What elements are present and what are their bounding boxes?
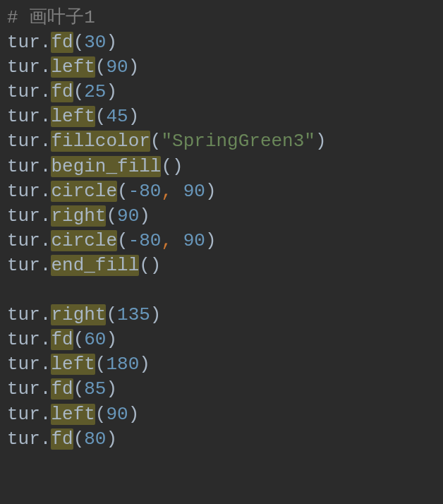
code-line[interactable]: tur.fd(30): [7, 30, 436, 55]
token-ident: tur: [7, 255, 40, 276]
token-number: 85: [84, 378, 106, 400]
token-ident: tur: [7, 354, 40, 375]
token-paren: ): [106, 428, 117, 450]
token-paren: ): [150, 304, 162, 325]
token-paren: (: [139, 255, 150, 276]
token-dot: .: [40, 255, 51, 276]
token-paren: (: [95, 106, 107, 127]
token-comma: ,: [161, 181, 172, 202]
token-dot: .: [40, 205, 51, 227]
token-paren: ): [106, 329, 117, 350]
token-number: 90: [183, 181, 205, 202]
token-number: 90: [183, 230, 205, 251]
token-paren: (: [161, 156, 172, 177]
token-paren: ): [139, 354, 150, 375]
token-ident: tur: [7, 81, 40, 102]
token-number: 25: [84, 81, 106, 102]
token-number: -80: [128, 230, 162, 251]
token-number: 45: [106, 106, 128, 127]
token-ident: tur: [7, 32, 40, 53]
code-line[interactable]: tur.fd(85): [7, 377, 436, 402]
token-method: fd: [51, 81, 73, 102]
code-line[interactable]: tur.fd(80): [7, 427, 436, 452]
code-line[interactable]: tur.fd(25): [7, 80, 436, 104]
code-line[interactable]: tur.right(90): [7, 204, 436, 229]
token-ident: tur: [7, 205, 40, 227]
token-method: begin_fill: [51, 156, 161, 177]
token-ident: tur: [7, 378, 40, 400]
code-line[interactable]: tur.circle(-80, 90): [7, 229, 436, 253]
token-method: right: [51, 205, 106, 227]
token-paren: (: [73, 32, 85, 53]
code-line[interactable]: tur.fillcolor("SpringGreen3"): [7, 129, 436, 154]
token-paren: ): [205, 181, 217, 202]
token-paren: ): [150, 255, 162, 276]
code-line[interactable]: tur.left(180): [7, 352, 436, 377]
token-paren: ): [128, 404, 140, 425]
token-paren: (: [73, 329, 85, 350]
code-line[interactable]: tur.circle(-80, 90): [7, 179, 436, 204]
token-paren: (: [117, 181, 128, 202]
token-dot: .: [40, 378, 51, 400]
token-dot: .: [40, 131, 51, 152]
token-number: 90: [106, 404, 128, 425]
token-paren: ): [106, 32, 117, 53]
token-paren: (: [106, 205, 117, 227]
token-ident: tur: [7, 230, 40, 251]
token-method: left: [51, 56, 95, 78]
token-paren: ): [128, 56, 140, 78]
token-comment: # 画叶子1: [7, 7, 95, 28]
token-dot: .: [40, 106, 51, 127]
token-method: end_fill: [51, 255, 139, 276]
token-ident: [172, 181, 183, 202]
token-dot: .: [40, 354, 51, 375]
token-paren: ): [172, 156, 183, 177]
code-line[interactable]: [7, 278, 436, 303]
token-ident: tur: [7, 156, 40, 177]
code-line[interactable]: tur.left(90): [7, 402, 436, 427]
token-ident: tur: [7, 56, 40, 78]
token-ident: tur: [7, 181, 40, 202]
token-string: "SpringGreen3": [161, 131, 315, 152]
code-editor[interactable]: # 画叶子1tur.fd(30)tur.left(90)tur.fd(25)tu…: [0, 0, 443, 459]
token-method: fd: [51, 32, 73, 53]
token-dot: .: [40, 230, 51, 251]
token-number: 30: [84, 32, 106, 53]
token-ident: tur: [7, 106, 40, 127]
token-paren: (: [73, 428, 85, 450]
token-paren: ): [315, 131, 327, 152]
code-line[interactable]: tur.begin_fill(): [7, 155, 436, 179]
code-line[interactable]: tur.left(45): [7, 104, 436, 129]
token-method: circle: [51, 181, 117, 202]
token-dot: .: [40, 404, 51, 425]
token-paren: ): [128, 106, 140, 127]
code-line[interactable]: tur.fd(60): [7, 328, 436, 352]
token-dot: .: [40, 81, 51, 102]
code-line[interactable]: tur.left(90): [7, 55, 436, 80]
token-paren: (: [95, 56, 107, 78]
token-method: left: [51, 106, 95, 127]
token-number: 90: [106, 56, 128, 78]
token-paren: ): [205, 230, 217, 251]
token-number: 180: [106, 354, 139, 375]
code-line[interactable]: # 画叶子1: [7, 6, 436, 30]
code-line[interactable]: tur.right(135): [7, 303, 436, 328]
code-line[interactable]: tur.end_fill(): [7, 253, 436, 278]
token-ident: [172, 230, 183, 251]
token-method: fillcolor: [51, 131, 150, 152]
token-paren: ): [106, 81, 117, 102]
token-dot: .: [40, 304, 51, 325]
token-paren: (: [73, 81, 85, 102]
token-paren: (: [106, 304, 117, 325]
token-dot: .: [40, 156, 51, 177]
token-method: right: [51, 304, 106, 325]
token-number: 80: [84, 428, 106, 450]
token-paren: ): [139, 205, 150, 227]
token-method: circle: [51, 230, 117, 251]
token-dot: .: [40, 32, 51, 53]
token-ident: tur: [7, 428, 40, 450]
token-ident: [7, 280, 18, 301]
token-paren: (: [150, 131, 162, 152]
token-ident: tur: [7, 329, 40, 350]
token-paren: (: [95, 404, 107, 425]
